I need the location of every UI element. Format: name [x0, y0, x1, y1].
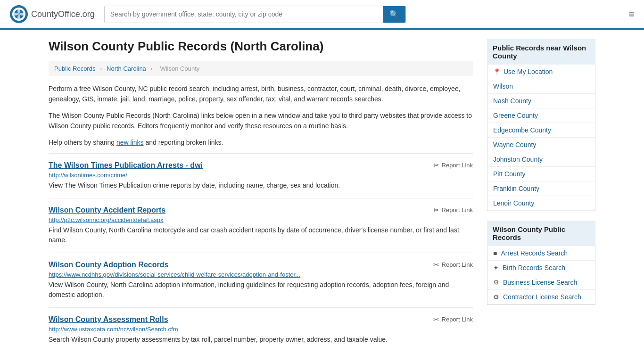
sidebar-nearby-item[interactable]: Edgecombe County — [487, 123, 595, 138]
breadcrumb-sep-1: › — [100, 65, 102, 72]
record-title-link[interactable]: Wilson County Assessment Rolls — [49, 315, 168, 324]
use-location-label: Use My Location — [504, 68, 553, 75]
new-links-link[interactable]: new links — [116, 139, 144, 146]
description-2: The Wilson County Public Records (North … — [49, 110, 473, 132]
logo-county: CountyOffice — [31, 9, 80, 19]
sidebar-nearby-item[interactable]: Johnston County — [487, 152, 595, 167]
use-location-link[interactable]: 📍 Use My Location — [487, 65, 595, 79]
report-label: Report Link — [442, 206, 473, 214]
report-label: Report Link — [442, 162, 473, 169]
breadcrumb-north-carolina[interactable]: North Carolina — [107, 65, 146, 72]
record-url[interactable]: https://www.ncdhhs.gov/divisions/social-… — [49, 271, 473, 278]
arrest-icon: ■ — [493, 249, 497, 257]
logo-suffix: .org — [80, 9, 95, 19]
record-item: Wilson County Accident Reports ✂ Report … — [49, 198, 473, 253]
report-link-button[interactable]: ✂ Report Link — [433, 261, 473, 269]
record-url[interactable]: http://wilsontimes.com/crime/ — [49, 172, 473, 179]
sidebar-record-link[interactable]: Arrest Records Search — [501, 249, 568, 257]
sidebar-nearby-item[interactable]: Lenoir County — [487, 196, 595, 211]
record-item: Wilson County Assessment Rolls ✂ Report … — [49, 307, 473, 352]
record-description: Find Wilson County, North Carolina motor… — [49, 225, 473, 245]
record-description: View Wilson County, North Carolina adopt… — [49, 280, 473, 300]
scissors-icon: ✂ — [433, 206, 439, 214]
sidebar-nearby-link[interactable]: Nash County — [487, 94, 595, 108]
page-title: Wilson County Public Records (North Caro… — [49, 39, 473, 54]
main-content: Wilson County Public Records (North Caro… — [49, 39, 473, 352]
sidebar-nearby-item[interactable]: Nash County — [487, 94, 595, 108]
sidebar-nearby-item[interactable]: Wayne County — [487, 138, 595, 152]
logo-icon — [9, 5, 28, 24]
main-container: Wilson County Public Records (North Caro… — [39, 30, 605, 362]
search-button[interactable]: 🔍 — [383, 6, 405, 23]
logo-link[interactable]: CountyOffice.org — [9, 5, 95, 24]
sidebar-nearby-item[interactable]: Wilson — [487, 79, 595, 94]
nearby-list: 📍 Use My Location WilsonNash CountyGreen… — [487, 65, 595, 211]
report-link-button[interactable]: ✂ Report Link — [433, 161, 473, 170]
menu-button[interactable]: ≡ — [628, 8, 635, 20]
nearby-section-title: Public Records near Wilson County — [487, 39, 595, 65]
sidebar-nearby-link[interactable]: Johnston County — [487, 152, 595, 166]
record-title-link[interactable]: Wilson County Accident Reports — [49, 206, 165, 214]
record-title-link[interactable]: The Wilson Times Publication Arrests - d… — [49, 161, 203, 170]
sidebar-record-item[interactable]: ■ Arrest Records Search — [487, 246, 595, 261]
location-icon: 📍 — [493, 68, 501, 75]
sidebar-record-link[interactable]: Business License Search — [503, 279, 577, 286]
use-location-item[interactable]: 📍 Use My Location — [487, 65, 595, 79]
search-input[interactable] — [105, 7, 383, 22]
sidebar-record-link[interactable]: Contractor License Search — [503, 293, 581, 301]
logo-text: CountyOffice.org — [31, 9, 95, 19]
scissors-icon: ✂ — [433, 315, 439, 324]
record-item: The Wilson Times Publication Arrests - d… — [49, 153, 473, 198]
report-link-button[interactable]: ✂ Report Link — [433, 315, 473, 324]
sidebar-nearby-item[interactable]: Greene County — [487, 108, 595, 123]
record-description: Search Wilson County property assessment… — [49, 335, 473, 345]
report-link-button[interactable]: ✂ Report Link — [433, 206, 473, 214]
sidebar-nearby-link[interactable]: Franklin County — [487, 181, 595, 196]
sidebar-nearby-link[interactable]: Greene County — [487, 108, 595, 123]
breadcrumb-sep-2: › — [150, 65, 152, 72]
sidebar-nearby-item[interactable]: Pitt County — [487, 167, 595, 181]
sidebar-record-item[interactable]: ⚙ Contractor License Search — [487, 290, 595, 304]
record-description: View The Wilson Times Publication crime … — [49, 181, 473, 190]
search-icon: 🔍 — [389, 10, 399, 18]
record-title-link[interactable]: Wilson County Adoption Records — [49, 261, 168, 269]
desc3-prefix: Help others by sharing — [49, 139, 116, 146]
contractor-icon: ⚙ — [493, 293, 499, 301]
sidebar-nearby-link[interactable]: Wilson — [487, 79, 595, 93]
breadcrumb-public-records[interactable]: Public Records — [54, 65, 95, 72]
records-section-title: Wilson County Public Records — [487, 221, 595, 246]
breadcrumb-wilson-county: Wilson County — [160, 65, 199, 72]
records-list: ■ Arrest Records Search ✦ Birth Records … — [487, 246, 595, 305]
description-3: Help others by sharing new links and rep… — [49, 137, 473, 148]
sidebar-record-item[interactable]: ⚙ Business License Search — [487, 275, 595, 290]
birth-icon: ✦ — [493, 264, 499, 272]
sidebar-record-link[interactable]: Birth Records Search — [503, 264, 565, 272]
report-label: Report Link — [442, 261, 473, 268]
business-icon: ⚙ — [493, 279, 499, 286]
record-item: Wilson County Adoption Records ✂ Report … — [49, 253, 473, 307]
header: CountyOffice.org 🔍 ≡ — [0, 0, 644, 30]
scissors-icon: ✂ — [433, 161, 439, 170]
desc3-suffix: and reporting broken links. — [144, 139, 223, 146]
search-area: 🔍 — [104, 6, 406, 23]
report-label: Report Link — [442, 316, 473, 323]
records-container: The Wilson Times Publication Arrests - d… — [49, 153, 473, 352]
sidebar-nearby-link[interactable]: Pitt County — [487, 167, 595, 181]
sidebar-record-item[interactable]: ✦ Birth Records Search — [487, 261, 595, 275]
hamburger-icon: ≡ — [628, 8, 635, 20]
sidebar: Public Records near Wilson County 📍 Use … — [487, 39, 595, 352]
sidebar-nearby-link[interactable]: Edgecombe County — [487, 123, 595, 137]
scissors-icon: ✂ — [433, 261, 439, 269]
record-url[interactable]: http://www.ustaxdata.com/nc/wilson/Searc… — [49, 326, 473, 333]
sidebar-nearby-item[interactable]: Franklin County — [487, 181, 595, 196]
description-1: Perform a free Wilson County, NC public … — [49, 83, 473, 105]
record-url[interactable]: http://p2c.wilsonnc.org/accidentdetail.a… — [49, 216, 473, 223]
sidebar-nearby-link[interactable]: Lenoir County — [487, 196, 595, 210]
breadcrumb: Public Records › North Carolina › Wilson… — [49, 61, 473, 76]
sidebar-nearby-link[interactable]: Wayne County — [487, 138, 595, 152]
